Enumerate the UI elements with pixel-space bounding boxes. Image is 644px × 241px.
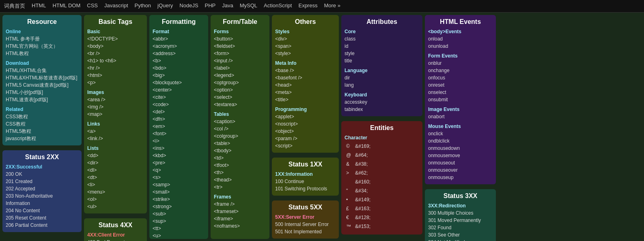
resource-link[interactable]: HTML 参考手册 bbox=[6, 35, 78, 43]
nav-jquery[interactable]: jQuery bbox=[157, 2, 173, 10]
resource-link[interactable]: HTML教程 bbox=[6, 50, 78, 57]
basictags-item[interactable]: <ol> bbox=[87, 196, 144, 203]
formatting-item[interactable]: <cite> bbox=[153, 94, 205, 101]
resource-link[interactable]: HTML5教程 bbox=[6, 128, 78, 135]
formatting-item[interactable]: <sub> bbox=[153, 210, 205, 218]
status1xx-item[interactable]: 101 Switching Protocols bbox=[275, 185, 336, 192]
htmlevents-item[interactable]: onchange bbox=[428, 67, 493, 74]
status3xx-item[interactable]: 304 Not Modified bbox=[428, 239, 493, 241]
nav-javascript[interactable]: Javascript bbox=[104, 2, 128, 10]
htmlevents-item[interactable]: onselect bbox=[428, 89, 493, 96]
others-item[interactable]: <head> bbox=[275, 81, 336, 89]
others-item[interactable]: <base /> bbox=[275, 67, 336, 74]
basictags-item[interactable]: <br /> bbox=[87, 50, 144, 57]
others-item[interactable]: <param /> bbox=[275, 135, 336, 142]
formatting-item[interactable]: <pre> bbox=[153, 159, 205, 166]
resource-link[interactable]: HTML/XHTML合集 bbox=[6, 67, 78, 74]
status3xx-item[interactable]: 302 Found bbox=[428, 224, 493, 231]
formtable-item[interactable]: <tfoot> bbox=[214, 162, 266, 169]
nav-mysql[interactable]: MySQL bbox=[240, 2, 257, 10]
basictags-item[interactable]: <dt> bbox=[87, 174, 144, 181]
resource-link[interactable]: HTML5 Canvas速查表[pdf版] bbox=[6, 81, 78, 89]
formatting-item[interactable]: <blockquote> bbox=[153, 79, 205, 86]
status2xx-item[interactable]: 204 No Content bbox=[6, 207, 78, 214]
nav-css[interactable]: CSS bbox=[87, 2, 98, 10]
basictags-item[interactable]: <area /> bbox=[87, 96, 144, 103]
htmlevents-item[interactable]: ondblclick bbox=[428, 137, 493, 145]
basictags-item[interactable]: <html> bbox=[87, 72, 144, 79]
status2xx-item[interactable]: 206 Partial Content bbox=[6, 222, 78, 229]
htmlevents-item[interactable]: onmouseover bbox=[428, 166, 493, 174]
formtable-item[interactable]: <optgroup> bbox=[214, 79, 266, 86]
attributes-item[interactable]: dir bbox=[345, 74, 419, 81]
status2xx-item[interactable]: 200 OK bbox=[6, 171, 78, 178]
formatting-item[interactable]: <strong> bbox=[153, 203, 205, 210]
htmlevents-item[interactable]: onblur bbox=[428, 60, 493, 67]
formatting-item[interactable]: <u> bbox=[153, 232, 205, 239]
others-item[interactable]: <script> bbox=[275, 142, 336, 149]
resource-link[interactable]: javascript教程 bbox=[6, 135, 78, 142]
formatting-item[interactable]: <font> bbox=[153, 130, 205, 137]
status3xx-item[interactable]: 301 Moved Permanently bbox=[428, 217, 493, 224]
formatting-item[interactable]: <small> bbox=[153, 188, 205, 196]
formtable-item[interactable]: <col /> bbox=[214, 125, 266, 132]
status2xx-item[interactable]: 205 Reset Content bbox=[6, 214, 78, 222]
htmlevents-item[interactable]: onload bbox=[428, 35, 493, 43]
resource-link[interactable]: HTML速查表[pdf版] bbox=[6, 96, 78, 103]
htmlevents-item[interactable]: onfocus bbox=[428, 74, 493, 81]
basictags-item[interactable]: <!DOCTYPE> bbox=[87, 35, 144, 43]
resource-link[interactable]: CSS3教程 bbox=[6, 113, 78, 120]
attributes-item[interactable]: tabindex bbox=[345, 106, 419, 113]
basictags-item[interactable]: <p> bbox=[87, 79, 144, 86]
status2xx-item[interactable]: 201 Created bbox=[6, 178, 78, 185]
formtable-item[interactable]: <label> bbox=[214, 64, 266, 72]
formtable-item[interactable]: <button> bbox=[214, 35, 266, 43]
nav-home[interactable]: 词典首页 bbox=[4, 2, 25, 10]
basictags-item[interactable]: <dl> bbox=[87, 166, 144, 174]
formtable-item[interactable]: <frameset> bbox=[214, 208, 266, 215]
basictags-item[interactable]: <li> bbox=[87, 181, 144, 188]
basictags-item[interactable]: <ul> bbox=[87, 203, 144, 210]
formatting-item[interactable]: <kbd> bbox=[153, 152, 205, 159]
status2xx-item[interactable]: 203 Non-Authoritative Information bbox=[6, 192, 78, 207]
nav-nodejs[interactable]: NodeJS bbox=[179, 2, 198, 10]
formatting-item[interactable]: <b> bbox=[153, 57, 205, 64]
formatting-item[interactable]: <del> bbox=[153, 108, 205, 115]
formtable-item[interactable]: <iframe> bbox=[214, 215, 266, 222]
status3xx-item[interactable]: 303 See Other bbox=[428, 231, 493, 239]
formtable-item[interactable]: <thead> bbox=[214, 176, 266, 183]
formtable-item[interactable]: <noframes> bbox=[214, 222, 266, 230]
basictags-item[interactable]: <menu> bbox=[87, 188, 144, 196]
basictags-item[interactable]: <dir> bbox=[87, 159, 144, 166]
formatting-item[interactable]: <tt> bbox=[153, 225, 205, 232]
others-item[interactable]: <noscript> bbox=[275, 120, 336, 128]
formtable-item[interactable]: <tbody> bbox=[214, 147, 266, 154]
status2xx-item[interactable]: 202 Accepted bbox=[6, 185, 78, 192]
status5xx-item[interactable]: 501 Not Implemented bbox=[275, 228, 336, 235]
resource-link[interactable]: HTML小抄[pdf版] bbox=[6, 89, 78, 96]
formatting-item[interactable]: <i> bbox=[153, 137, 205, 145]
others-item[interactable]: <applet> bbox=[275, 113, 336, 120]
basictags-item[interactable]: <link /> bbox=[87, 135, 144, 142]
others-item[interactable]: <object> bbox=[275, 128, 336, 135]
basictags-item[interactable]: <dd> bbox=[87, 152, 144, 159]
formtable-item[interactable]: <textarea> bbox=[214, 101, 266, 108]
others-item[interactable]: <basefont /> bbox=[275, 74, 336, 81]
formatting-item[interactable]: <center> bbox=[153, 86, 205, 94]
formtable-item[interactable]: <table> bbox=[214, 140, 266, 147]
others-item[interactable]: <meta> bbox=[275, 89, 336, 96]
attributes-item[interactable]: class bbox=[345, 35, 419, 43]
resource-link[interactable]: CSS教程 bbox=[6, 120, 78, 128]
formatting-item[interactable]: <address> bbox=[153, 50, 205, 57]
basictags-item[interactable]: <body> bbox=[87, 43, 144, 50]
attributes-item[interactable]: style bbox=[345, 50, 419, 57]
formatting-item[interactable]: <abbr> bbox=[153, 35, 205, 43]
nav-html[interactable]: HTML bbox=[32, 2, 46, 10]
formatting-item[interactable]: <ins> bbox=[153, 145, 205, 152]
htmlevents-item[interactable]: onclick bbox=[428, 130, 493, 137]
htmlevents-item[interactable]: onmouseout bbox=[428, 159, 493, 166]
others-item[interactable]: <style> bbox=[275, 50, 336, 57]
formatting-item[interactable]: <big> bbox=[153, 72, 205, 79]
others-item[interactable]: <title> bbox=[275, 96, 336, 103]
nav-php[interactable]: PHP bbox=[205, 2, 216, 10]
